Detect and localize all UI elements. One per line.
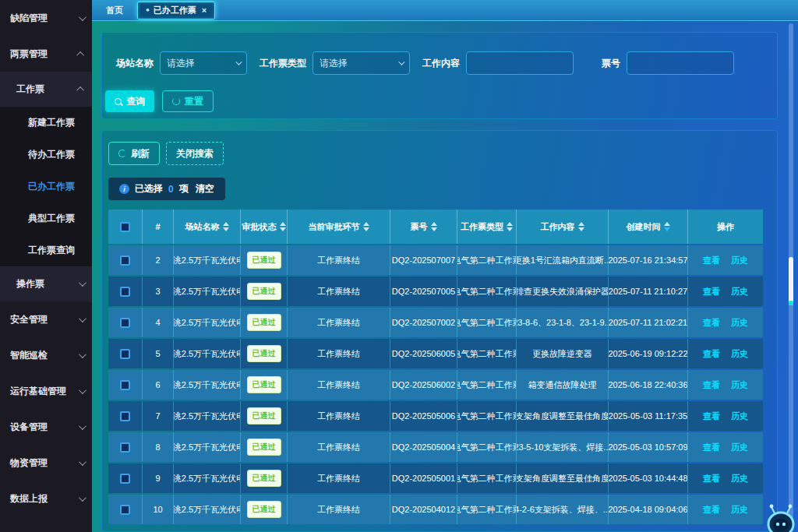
- sort-icon[interactable]: [363, 222, 369, 231]
- row-checkbox[interactable]: [120, 255, 130, 266]
- chevron-down-icon: [79, 494, 87, 502]
- history-link[interactable]: 历史: [731, 473, 748, 484]
- column-header-step[interactable]: 当前审批环节: [288, 210, 390, 244]
- sidebar-item-9[interactable]: 安全管理: [0, 301, 92, 337]
- cell-created: 2025-05-03 10:57:09: [609, 432, 688, 462]
- tab-done-worktickets[interactable]: ● 已办工作票 ×: [137, 2, 215, 19]
- sidebar-item-6[interactable]: 典型工作票: [0, 203, 92, 234]
- history-link[interactable]: 历史: [731, 442, 748, 453]
- chevron-down-icon: [79, 351, 87, 358]
- reset-button[interactable]: 重置: [162, 90, 214, 112]
- ticket-type-select[interactable]: 请选择: [312, 51, 410, 75]
- column-header-type[interactable]: 工作票类型: [457, 210, 517, 244]
- column-label: #: [155, 222, 160, 231]
- row-checkbox[interactable]: [120, 474, 130, 484]
- row-checkbox[interactable]: [120, 287, 130, 297]
- ticket-no-input[interactable]: [634, 58, 727, 69]
- refresh-button[interactable]: 刷新: [108, 142, 160, 165]
- sidebar-item-1[interactable]: 两票管理: [0, 36, 92, 72]
- sidebar-item-2[interactable]: 工作票: [0, 72, 92, 107]
- sidebar-item-0[interactable]: 缺陷管理: [0, 0, 92, 36]
- history-link[interactable]: 历史: [731, 504, 748, 516]
- view-link[interactable]: 查看: [703, 286, 720, 298]
- sidebar-item-10[interactable]: 智能巡检: [0, 337, 92, 373]
- sort-icon[interactable]: [280, 222, 286, 231]
- column-header-station[interactable]: 场站名称: [174, 210, 241, 244]
- row-checkbox[interactable]: [120, 505, 130, 515]
- row-checkbox[interactable]: [120, 349, 130, 359]
- table-row: 5临洮2.5万千瓦光伏电..已通过工作票终结DQ2-202506005电气第二种…: [108, 339, 763, 368]
- sidebar-item-label: 已办工作票: [28, 180, 75, 193]
- cell-content: 更换1号汇流箱内直流断...: [517, 245, 609, 275]
- station-name-select-value: 请选择: [167, 57, 195, 70]
- cell-station: 临洮2.5万千瓦光伏电..: [174, 432, 241, 462]
- view-link[interactable]: 查看: [703, 410, 720, 422]
- cell-status: 已通过: [241, 245, 288, 275]
- sidebar-item-5[interactable]: 已办工作票: [0, 171, 92, 203]
- column-label: 票号: [411, 221, 428, 233]
- view-link[interactable]: 查看: [703, 504, 720, 516]
- row-checkbox[interactable]: [120, 380, 130, 390]
- column-header-status[interactable]: 审批状态: [241, 210, 288, 244]
- work-content-field-wrap: [466, 51, 574, 75]
- table-body: 2临洮2.5万千瓦光伏电..已通过工作票终结DQ2-202507007电气第二种…: [108, 245, 763, 524]
- view-link[interactable]: 查看: [703, 317, 720, 329]
- sidebar-item-label: 设备管理: [10, 421, 48, 434]
- column-header-content[interactable]: 工作内容: [517, 210, 609, 244]
- sort-icon[interactable]: [664, 222, 670, 231]
- sort-icon[interactable]: [578, 222, 584, 231]
- row-checkbox[interactable]: [120, 318, 130, 328]
- station-name-select[interactable]: 请选择: [160, 51, 247, 75]
- sidebar-item-14[interactable]: 数据上报: [0, 481, 92, 516]
- active-dot-icon: ●: [146, 7, 150, 13]
- sidebar-item-3[interactable]: 新建工作票: [0, 107, 92, 139]
- ticket-no-label: 票号: [602, 57, 620, 70]
- history-link[interactable]: 历史: [731, 286, 748, 298]
- row-checkbox[interactable]: [120, 411, 130, 421]
- sidebar-item-12[interactable]: 设备管理: [0, 409, 92, 445]
- header-checkbox-cell: [108, 210, 143, 244]
- sort-icon[interactable]: [223, 222, 229, 231]
- close-search-button[interactable]: 关闭搜索: [166, 142, 224, 165]
- select-all-checkbox[interactable]: [120, 222, 130, 232]
- column-header-created[interactable]: 创建时间: [609, 210, 688, 244]
- sidebar-item-label: 工作票: [16, 83, 44, 96]
- view-link[interactable]: 查看: [703, 379, 720, 391]
- tab-close-icon[interactable]: ×: [202, 5, 207, 15]
- status-badge: 已通过: [247, 470, 281, 487]
- vertical-scrollbar-thumb[interactable]: [789, 257, 793, 305]
- clear-selection-link[interactable]: 清空: [196, 182, 214, 196]
- sidebar-item-11[interactable]: 运行基础管理: [0, 373, 92, 409]
- view-link[interactable]: 查看: [703, 473, 720, 484]
- query-button[interactable]: 查询: [105, 90, 154, 112]
- view-link[interactable]: 查看: [703, 442, 720, 453]
- sidebar-item-13[interactable]: 物资管理: [0, 445, 92, 481]
- search-icon: [115, 98, 122, 105]
- sidebar-item-8[interactable]: 操作票: [0, 266, 92, 301]
- sidebar-item-7[interactable]: 工作票查询: [0, 234, 92, 266]
- cell-content: 支架角度调整至最佳角度: [517, 401, 609, 431]
- history-link[interactable]: 历史: [731, 317, 748, 329]
- row-checkbox[interactable]: [120, 442, 130, 453]
- selection-count: 0: [168, 184, 174, 195]
- view-link[interactable]: 查看: [703, 348, 720, 360]
- cell-ops: 查看历史: [688, 370, 763, 400]
- history-link[interactable]: 历史: [731, 410, 748, 422]
- table-row: 7临洮2.5万千瓦光伏电..已通过工作票终结DQ2-202505006电气第二种…: [108, 401, 763, 431]
- view-link[interactable]: 查看: [703, 255, 720, 266]
- sidebar-item-4[interactable]: 待办工作票: [0, 139, 92, 171]
- history-link[interactable]: 历史: [731, 379, 748, 391]
- status-badge: 已通过: [247, 314, 281, 331]
- close-search-button-label: 关闭搜索: [176, 147, 214, 160]
- history-link[interactable]: 历史: [731, 348, 748, 360]
- sort-icon[interactable]: [507, 222, 513, 231]
- cell-content: 排查更换失效浪涌保护器: [517, 277, 609, 306]
- history-link[interactable]: 历史: [731, 255, 748, 266]
- tab-home[interactable]: 首页: [98, 2, 131, 19]
- column-header-ticket[interactable]: 票号: [390, 210, 457, 244]
- assistant-robot-icon[interactable]: [764, 502, 798, 532]
- sort-icon[interactable]: [431, 222, 437, 231]
- work-content-input[interactable]: [473, 58, 567, 69]
- row-checkbox-cell: [108, 463, 143, 493]
- cell-step: 工作票终结: [288, 463, 390, 493]
